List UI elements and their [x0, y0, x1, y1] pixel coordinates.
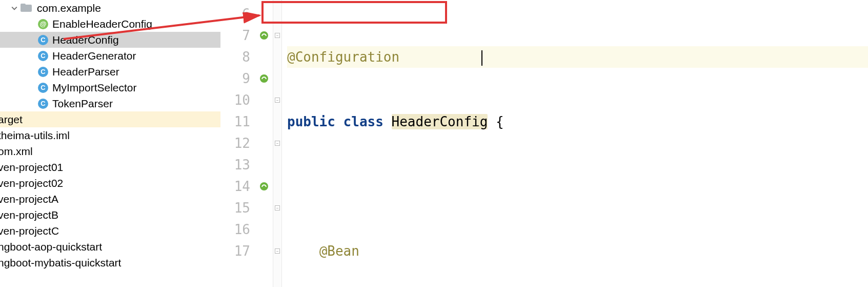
tree-item-row[interactable]: ven-project02: [0, 175, 220, 191]
line-number: 12: [220, 132, 250, 154]
chevron-down-icon[interactable]: [9, 3, 19, 13]
tree-class-row[interactable]: @ EnableHeaderConfig: [0, 16, 220, 32]
class-icon: C: [38, 99, 48, 109]
line-number: 11: [220, 111, 250, 132]
tree-item-label: arget: [0, 113, 23, 126]
code-editor[interactable]: 6 7 8 9 10 11 12 13 14 15 16 17: [220, 0, 868, 287]
tree-item-label: om.xml: [0, 145, 33, 158]
annotation-token: @Configuration: [287, 49, 399, 65]
ide-root: com.example @ EnableHeaderConfig C Heade…: [0, 0, 868, 287]
class-icon: C: [38, 67, 48, 77]
fold-toggle-icon[interactable]: [275, 205, 280, 211]
tree-class-row[interactable]: C HeaderGenerator: [0, 48, 220, 64]
line-number-gutter: 6 7 8 9 10 11 12 13 14 15 16 17: [220, 0, 255, 287]
tree-item-row[interactable]: ven-projectA: [0, 191, 220, 207]
fold-toggle-icon[interactable]: [275, 33, 280, 38]
line-number: 9: [220, 68, 250, 89]
tree-item-label: ven-project01: [0, 161, 63, 174]
tree-item-row[interactable]: arget: [0, 111, 220, 127]
tree-item-label: ngboot-mybatis-quickstart: [0, 257, 121, 269]
tree-class-row[interactable]: C TokenParser: [0, 95, 220, 111]
tree-item-label: theima-utils.iml: [0, 129, 70, 142]
svg-point-0: [260, 31, 268, 40]
fold-toggle-icon[interactable]: [275, 98, 280, 103]
tree-class-row[interactable]: C HeaderParser: [0, 64, 220, 80]
tree-item-row[interactable]: ven-projectC: [0, 223, 220, 239]
code-line[interactable]: [287, 176, 868, 197]
tree-item-label: ven-projectB: [0, 209, 58, 221]
class-icon: C: [38, 35, 48, 45]
tree-class-label: HeaderParser: [52, 66, 119, 78]
line-number: 16: [220, 219, 250, 240]
svg-point-1: [260, 74, 268, 83]
fold-toggle-icon[interactable]: [275, 141, 280, 146]
line-number: 17: [220, 240, 250, 262]
line-number: 14: [220, 176, 250, 197]
svg-point-2: [260, 182, 268, 190]
tree-class-row[interactable]: C HeaderConfig: [0, 32, 220, 48]
tree-item-row[interactable]: ngboot-mybatis-quickstart: [0, 255, 220, 271]
package-icon: [21, 4, 33, 13]
tree-class-label: HeaderConfig: [52, 34, 119, 46]
tree-item-row[interactable]: ngboot-aop-quickstart: [0, 239, 220, 255]
tree-item-label: ven-projectC: [0, 225, 59, 237]
tree-package-row[interactable]: com.example: [0, 0, 220, 16]
annotation-icon: @: [38, 19, 48, 29]
gutter-icon-strip: [255, 0, 273, 287]
tree-item-label: ven-projectA: [0, 193, 58, 205]
tree-item-label: ven-project02: [0, 177, 63, 189]
class-name-token: HeaderConfig: [392, 114, 488, 129]
line-number: 7: [220, 25, 250, 46]
text-caret: [481, 50, 482, 66]
tree-class-label: EnableHeaderConfig: [52, 18, 152, 30]
spring-bean-icon[interactable]: [255, 25, 273, 46]
line-number: 15: [220, 197, 250, 219]
tree-class-row[interactable]: C MyImportSelector: [0, 80, 220, 95]
code-line[interactable]: @Bean: [287, 240, 868, 262]
tree-item-row[interactable]: om.xml: [0, 143, 220, 159]
code-area[interactable]: @Configuration public class HeaderConfig…: [282, 0, 868, 287]
tree-package-label: com.example: [37, 2, 101, 14]
class-icon: C: [38, 83, 48, 93]
line-number: 13: [220, 154, 250, 176]
line-number: 6: [220, 3, 250, 25]
line-number: 10: [220, 89, 250, 111]
code-line[interactable]: public class HeaderConfig {: [287, 111, 868, 132]
tree-class-label: TokenParser: [52, 98, 113, 110]
tree-class-label: HeaderGenerator: [52, 50, 136, 62]
tree-item-row[interactable]: ven-project01: [0, 159, 220, 175]
spring-bean-icon[interactable]: [255, 176, 273, 197]
tree-item-label: ngboot-aop-quickstart: [0, 241, 102, 253]
fold-toggle-icon[interactable]: [275, 248, 280, 254]
tree-item-row[interactable]: ven-projectB: [0, 207, 220, 223]
fold-strip[interactable]: [273, 0, 282, 287]
tree-class-label: MyImportSelector: [52, 82, 137, 94]
line-number: 8: [220, 46, 250, 68]
code-line[interactable]: @Configuration: [287, 46, 868, 68]
spring-bean-icon[interactable]: [255, 68, 273, 89]
class-icon: C: [38, 51, 48, 61]
project-tree[interactable]: com.example @ EnableHeaderConfig C Heade…: [0, 0, 220, 287]
tree-item-row[interactable]: theima-utils.iml: [0, 127, 220, 143]
annotation-token: @Bean: [319, 243, 359, 259]
